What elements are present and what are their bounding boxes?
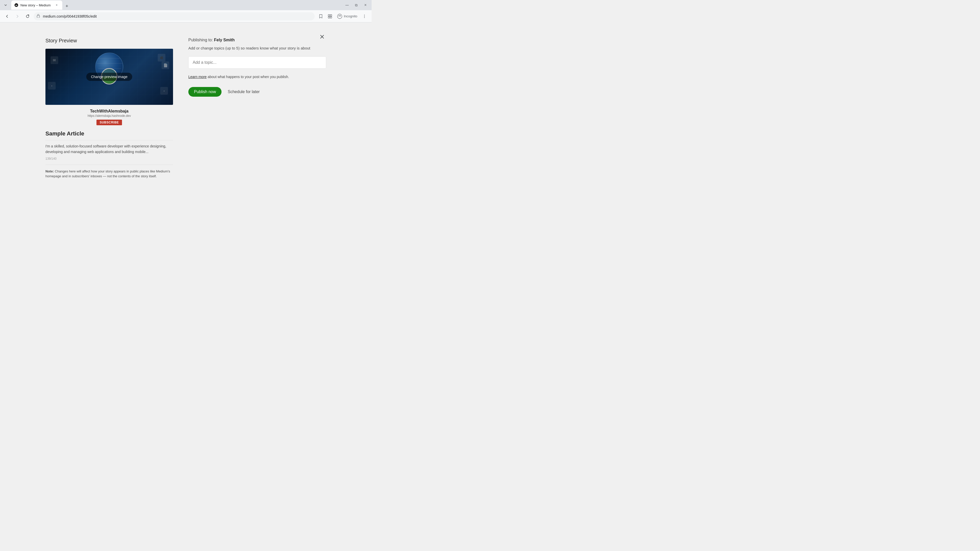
note-content: Changes here will affect how your story …	[45, 169, 170, 178]
publish-actions: Publish now Schedule for later	[188, 87, 326, 97]
browser-toolbar: medium.com/p/00441938f05c/edit Incognito	[0, 10, 372, 22]
browser-chrome: M New story – Medium × + ─ ⧉ ×	[0, 0, 372, 22]
change-preview-button[interactable]: Change preview image	[86, 73, 132, 81]
preview-image-overlay[interactable]: Change preview image	[45, 49, 173, 105]
svg-point-9	[364, 16, 365, 17]
close-window-button[interactable]: ×	[361, 1, 369, 9]
tab-dropdown-button[interactable]	[2, 2, 9, 9]
svg-rect-4	[330, 14, 332, 16]
svg-rect-5	[328, 17, 330, 18]
note-section: Note: Changes here will affect how your …	[45, 165, 173, 179]
close-dialog-button[interactable]	[318, 33, 326, 41]
page-content: Story Preview	[0, 22, 372, 211]
bookmark-button[interactable]	[317, 12, 325, 21]
incognito-label: Incognito	[344, 14, 357, 18]
publish-dialog: Story Preview	[45, 33, 326, 206]
svg-rect-6	[330, 17, 332, 18]
tab-manager-button[interactable]	[326, 12, 334, 21]
browser-titlebar: M New story – Medium × + ─ ⧉ ×	[0, 0, 372, 10]
learn-more-link[interactable]: Learn more	[188, 75, 207, 79]
preview-image-container[interactable]: ✉ ⬛ ▪ 📄 ▪ Change preview image	[45, 49, 173, 105]
article-title: Sample Article	[45, 130, 173, 137]
dialog-body: Story Preview	[45, 33, 326, 179]
new-tab-button[interactable]: +	[63, 3, 70, 10]
publish-now-button[interactable]: Publish now	[188, 87, 221, 97]
svg-point-10	[364, 17, 365, 18]
publishing-to-label: Publishing to:	[188, 38, 213, 42]
reload-button[interactable]	[24, 12, 32, 21]
story-preview-title: Story Preview	[45, 38, 173, 44]
topic-input[interactable]	[188, 56, 326, 68]
active-tab[interactable]: M New story – Medium ×	[11, 0, 62, 10]
svg-point-8	[364, 14, 365, 15]
char-count: 139/140	[45, 157, 173, 160]
minimize-button[interactable]: ─	[343, 1, 351, 9]
incognito-button[interactable]: Incognito	[335, 13, 360, 20]
tab-strip: M New story – Medium × +	[10, 0, 72, 10]
story-preview-panel: Story Preview	[45, 38, 173, 179]
publishing-panel: Publishing to: Fely Smith Add or change …	[188, 38, 326, 179]
article-excerpt: I'm a skilled, solution-focused software…	[45, 143, 173, 155]
schedule-later-button[interactable]: Schedule for later	[228, 89, 259, 94]
lock-icon	[37, 14, 40, 18]
tab-favicon: M	[14, 3, 18, 7]
svg-point-7	[337, 14, 342, 19]
tab-close-button[interactable]: ×	[54, 3, 59, 8]
note-text: Note: Changes here will affect how your …	[45, 169, 173, 179]
toolbar-icons: Incognito	[317, 12, 369, 21]
more-menu-button[interactable]	[360, 12, 369, 21]
publishing-to-line: Publishing to: Fely Smith	[188, 38, 326, 42]
back-button[interactable]	[3, 12, 11, 21]
address-bar[interactable]: medium.com/p/00441938f05c/edit	[34, 12, 315, 21]
forward-button[interactable]	[13, 12, 21, 21]
svg-rect-2	[37, 16, 40, 17]
note-label: Note:	[45, 169, 54, 173]
learn-more-text: Learn more about what happens to your po…	[188, 75, 326, 79]
tab-title: New story – Medium	[21, 3, 52, 7]
address-text: medium.com/p/00441938f05c/edit	[43, 14, 97, 18]
svg-text:M: M	[15, 4, 18, 6]
learn-more-suffix: about what happens to your post when you…	[207, 75, 289, 79]
subscribe-display: SUBSCRIBE	[97, 120, 122, 125]
maximize-button[interactable]: ⧉	[352, 1, 360, 9]
topics-description: Add or change topics (up to 5) so reader…	[188, 45, 326, 51]
channel-name: TechWithAlemsbaja	[45, 109, 173, 114]
author-name: Fely Smith	[214, 38, 235, 42]
channel-url: https://alemsbaja.hashnode.dev	[45, 114, 173, 118]
svg-rect-3	[328, 14, 330, 16]
article-divider	[45, 140, 173, 140]
channel-info: TechWithAlemsbaja https://alemsbaja.hash…	[45, 109, 173, 125]
